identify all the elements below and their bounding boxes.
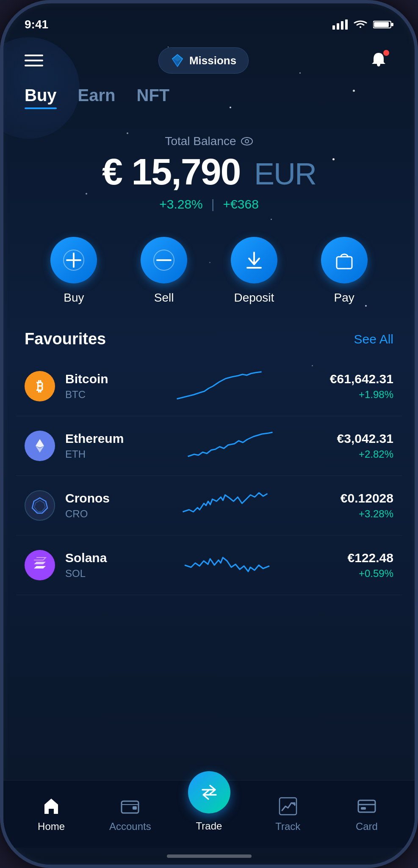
sol-symbol: SOL xyxy=(65,568,107,580)
trade-arrows-icon xyxy=(198,781,220,803)
card-icon xyxy=(357,796,377,816)
nav-card-label: Card xyxy=(356,821,378,832)
btc-logo: ₿ xyxy=(25,371,55,401)
nav-home-label: Home xyxy=(38,821,65,832)
nav-accounts[interactable]: Accounts xyxy=(91,796,169,832)
home-bar xyxy=(167,854,252,858)
coin-list: ₿ Bitcoin BTC €61,642.31 +1.98% xyxy=(3,357,415,780)
svg-rect-2 xyxy=(341,21,343,30)
eth-logo xyxy=(25,431,55,461)
sell-circle xyxy=(141,237,187,283)
cro-info: Cronos CRO xyxy=(65,491,110,520)
btc-name: Bitcoin xyxy=(65,372,108,386)
trade-fab-button[interactable] xyxy=(188,771,230,813)
balance-label: Total Balance xyxy=(25,135,393,148)
app-header: Missions xyxy=(3,37,415,82)
svg-rect-1 xyxy=(337,23,339,30)
phone-frame: 9:41 xyxy=(0,0,418,868)
balance-amount: € 15,790 EUR xyxy=(25,153,393,190)
balance-section: Total Balance € 15,790 EUR +3.28% | +€36… xyxy=(3,118,415,224)
sol-info: Solana SOL xyxy=(65,551,107,580)
pay-circle xyxy=(321,237,368,283)
btc-change: +1.98% xyxy=(330,389,393,401)
svg-rect-5 xyxy=(391,23,393,26)
cro-chart xyxy=(118,489,332,522)
bag-icon xyxy=(333,249,355,271)
eth-symbol: ETH xyxy=(65,448,124,460)
sol-name: Solana xyxy=(65,551,107,565)
status-time: 9:41 xyxy=(25,18,48,31)
coin-item-eth[interactable]: Ethereum ETH €3,042.31 +2.82% xyxy=(16,416,402,476)
svg-rect-6 xyxy=(374,22,389,27)
main-tabs: Buy Earn NFT xyxy=(3,82,415,118)
sell-label: Sell xyxy=(154,291,174,305)
nav-track[interactable]: Track xyxy=(249,796,327,832)
eth-price-info: €3,042.31 +2.82% xyxy=(337,431,393,460)
favourites-header: Favourites See All xyxy=(3,321,415,357)
sell-action-button[interactable]: Sell xyxy=(141,237,187,305)
sol-price-info: €122.48 +0.59% xyxy=(348,551,393,580)
wifi-icon xyxy=(353,19,368,30)
coin-item-sol[interactable]: Solana SOL €122.48 +0.59% xyxy=(16,536,402,595)
eye-icon xyxy=(241,137,253,146)
nav-accounts-label: Accounts xyxy=(109,821,151,832)
coin-item-cro[interactable]: Cronos CRO €0.12028 +3.28% xyxy=(16,476,402,536)
change-abs: +€368 xyxy=(223,197,259,212)
cro-change: +3.28% xyxy=(340,508,393,520)
cro-symbol: CRO xyxy=(65,508,110,520)
eth-chart xyxy=(132,429,328,463)
svg-rect-30 xyxy=(358,800,375,812)
nav-trade-label: Trade xyxy=(196,820,222,832)
cro-name: Cronos xyxy=(65,491,110,505)
battery-icon xyxy=(373,19,393,30)
missions-label: Missions xyxy=(189,54,236,67)
notifications-button[interactable] xyxy=(364,46,393,75)
status-bar: 9:41 xyxy=(3,3,415,37)
buy-action-button[interactable]: Buy xyxy=(50,237,97,305)
sol-logo xyxy=(25,550,55,580)
nav-trade: Trade xyxy=(169,797,248,832)
menu-button[interactable] xyxy=(25,55,43,66)
svg-rect-32 xyxy=(361,807,366,810)
action-buttons: Buy Sell xyxy=(3,224,415,321)
eth-change: +2.82% xyxy=(337,448,393,460)
sol-chart xyxy=(115,548,339,582)
svg-point-11 xyxy=(241,137,252,145)
svg-rect-26 xyxy=(133,806,137,810)
home-icon xyxy=(41,796,61,816)
deposit-label: Deposit xyxy=(234,291,274,305)
balance-change: +3.28% | +€368 xyxy=(25,197,393,212)
sol-change: +0.59% xyxy=(348,568,393,580)
buy-label: Buy xyxy=(64,291,84,305)
nav-card[interactable]: Card xyxy=(327,796,406,832)
minus-circle-icon xyxy=(153,249,175,271)
home-indicator xyxy=(3,848,415,865)
pay-label: Pay xyxy=(334,291,354,305)
diamond-icon xyxy=(171,54,184,67)
pay-action-button[interactable]: Pay xyxy=(321,237,368,305)
tab-buy[interactable]: Buy xyxy=(25,86,57,109)
favourites-title: Favourites xyxy=(25,330,106,348)
eth-info: Ethereum ETH xyxy=(65,431,124,460)
btc-chart xyxy=(117,369,321,403)
btc-symbol: BTC xyxy=(65,389,108,401)
coin-item-btc[interactable]: ₿ Bitcoin BTC €61,642.31 +1.98% xyxy=(16,357,402,416)
notification-dot xyxy=(382,49,390,57)
track-icon xyxy=(278,796,298,816)
sol-price: €122.48 xyxy=(348,551,393,565)
deposit-action-button[interactable]: Deposit xyxy=(231,237,277,305)
see-all-button[interactable]: See All xyxy=(354,332,393,346)
btc-price-info: €61,642.31 +1.98% xyxy=(330,372,393,401)
tab-earn[interactable]: Earn xyxy=(78,86,116,109)
change-pct: +3.28% xyxy=(159,197,203,212)
tab-nft[interactable]: NFT xyxy=(137,86,170,109)
btc-info: Bitcoin BTC xyxy=(65,372,108,401)
status-icons xyxy=(332,19,393,30)
deposit-circle xyxy=(231,237,277,283)
btc-price: €61,642.31 xyxy=(330,372,393,386)
download-icon xyxy=(243,249,265,271)
eth-name: Ethereum xyxy=(65,431,124,446)
missions-button[interactable]: Missions xyxy=(158,47,249,74)
cro-logo xyxy=(25,490,55,521)
nav-home[interactable]: Home xyxy=(12,796,91,832)
